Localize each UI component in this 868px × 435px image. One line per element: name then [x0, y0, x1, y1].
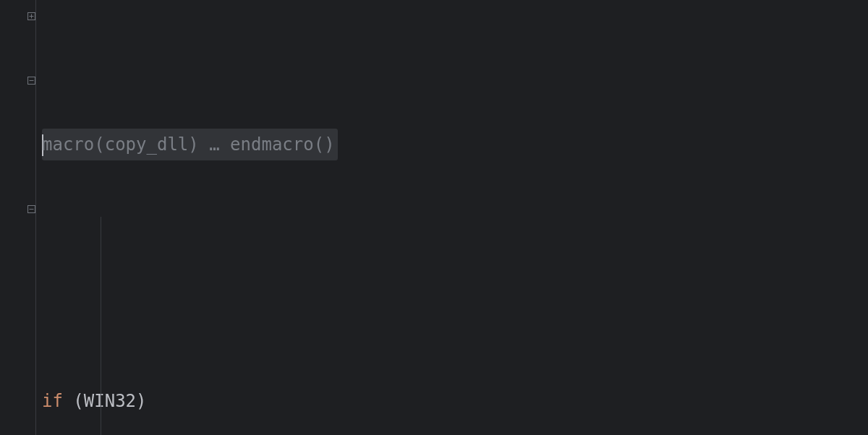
code-line[interactable]: if (WIN32)	[42, 385, 868, 417]
indent-guide-line	[101, 217, 101, 435]
code-area[interactable]: macro(copy_dll) … endmacro() if (WIN32) …	[38, 0, 868, 435]
code-line-folded[interactable]: macro(copy_dll) … endmacro()	[42, 129, 868, 160]
gutter	[0, 0, 38, 435]
fold-collapse-icon[interactable]	[26, 204, 36, 214]
code-editor[interactable]: macro(copy_dll) … endmacro() if (WIN32) …	[0, 0, 868, 435]
fold-collapse-icon[interactable]	[26, 75, 36, 85]
code-line-blank[interactable]	[42, 257, 868, 288]
fold-expand-icon[interactable]	[26, 11, 36, 21]
fold-guide-line	[35, 0, 36, 435]
